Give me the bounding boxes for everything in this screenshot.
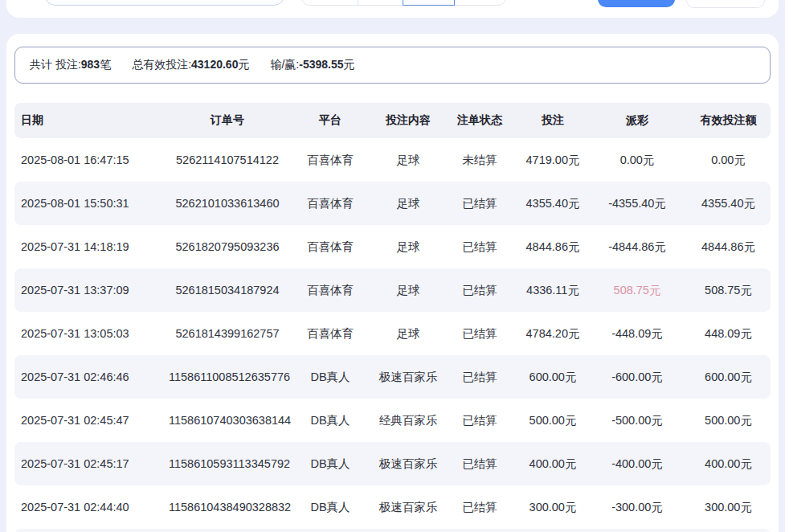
segment-option-1[interactable]: [301, 0, 358, 6]
records-table: 日期订单号平台投注内容注单状态投注派彩有效投注额 2025-08-01 16:4…: [14, 103, 771, 532]
cell-date: 2025-07-31 13:05:03: [14, 327, 169, 340]
cell-order: 5262101033613460: [169, 197, 286, 210]
column-header-valid: 有效投注额: [686, 113, 771, 128]
search-input[interactable]: [44, 0, 285, 6]
cell-content: 足球: [374, 196, 442, 211]
cell-valid: 300.00元: [686, 500, 771, 515]
cell-payout: 508.75元: [588, 283, 686, 298]
table-row: 2025-08-01 16:47:155262114107514122百喜体育足…: [14, 138, 771, 182]
summary-label: 输/赢:: [270, 58, 299, 71]
cell-bet: 500.00元: [517, 413, 588, 428]
reset-button[interactable]: [686, 0, 765, 8]
cell-bet: 4844.86元: [517, 239, 588, 255]
cell-valid: 508.75元: [686, 283, 771, 298]
cell-date: 2025-07-31 14:18:19: [14, 240, 169, 253]
table-row: 2025-07-31 02:45:471158610740303638144DB…: [14, 399, 771, 442]
cell-valid: 500.00元: [686, 413, 771, 428]
cell-payout: 0.00元: [588, 153, 686, 168]
table-row: 2025-07-31 02:46:461158611008512635776DB…: [14, 355, 771, 399]
summary-total-bets: 共计 投注:983笔: [30, 58, 111, 72]
cell-payout: -300.00元: [588, 500, 686, 515]
cell-content: 极速百家乐: [374, 456, 442, 472]
segment-option-2[interactable]: [358, 0, 403, 6]
cell-order: 5261820795093236: [169, 240, 286, 253]
column-header-payout: 派彩: [588, 113, 686, 128]
cell-status: 已结算: [442, 239, 517, 255]
cell-content: 足球: [374, 239, 442, 255]
cell-valid: 448.09元: [686, 326, 771, 342]
cell-valid: 4355.40元: [686, 196, 771, 211]
summary-value: 983: [81, 58, 100, 71]
cell-status: 已结算: [442, 326, 517, 342]
cell-bet: 600.00元: [517, 370, 588, 385]
cell-order: 1158610438490328832: [169, 501, 286, 514]
column-header-status: 注单状态: [442, 113, 517, 128]
date-range-segment-group: [301, 0, 506, 6]
cell-status: 已结算: [442, 456, 517, 472]
segment-option-3-active[interactable]: [403, 0, 455, 6]
column-header-platform: 平台: [286, 113, 374, 128]
cell-platform: 百喜体育: [286, 283, 374, 298]
summary-unit: 笔: [100, 58, 111, 71]
column-header-date: 日期: [14, 113, 169, 128]
summary-value: -5398.55: [299, 58, 343, 71]
cell-status: 已结算: [442, 500, 517, 515]
cell-status: 已结算: [442, 413, 517, 428]
cell-bet: 4784.20元: [517, 326, 588, 342]
table-row: 2025-07-31 14:18:195261820795093236百喜体育足…: [14, 225, 771, 268]
table-row: 2025-07-31 13:37:095261815034187924百喜体育足…: [14, 268, 771, 312]
cell-valid: 4844.86元: [686, 239, 771, 255]
cell-order: 5262114107514122: [169, 153, 286, 166]
summary-unit: 元: [238, 58, 249, 71]
table-row-partial: [14, 529, 771, 532]
cell-payout: -4844.86元: [588, 239, 686, 255]
cell-order: 1158610593113345792: [169, 457, 286, 470]
cell-date: 2025-07-31 02:45:47: [14, 414, 169, 427]
cell-content: 足球: [374, 326, 442, 342]
table-row: 2025-07-31 13:05:035261814399162757百喜体育足…: [14, 312, 771, 355]
cell-payout: -448.09元: [588, 326, 686, 342]
summary-bar: 共计 投注:983笔 总有效投注:43120.60元 输/赢:-5398.55元: [14, 47, 771, 84]
cell-date: 2025-08-01 16:47:15: [14, 153, 169, 166]
cell-date: 2025-07-31 02:46:46: [14, 370, 169, 383]
cell-bet: 4336.11元: [517, 283, 588, 298]
summary-value: 43120.60: [191, 58, 238, 71]
cell-platform: 百喜体育: [286, 326, 374, 342]
cell-platform: 百喜体育: [286, 239, 374, 255]
search-button[interactable]: [598, 0, 675, 7]
summary-label: 共计 投注:: [30, 58, 81, 71]
cell-status: 未结算: [442, 153, 517, 168]
table-row: 2025-08-01 15:50:315262101033613460百喜体育足…: [14, 182, 771, 225]
summary-valid-bets: 总有效投注:43120.60元: [132, 58, 249, 72]
cell-order: 1158610740303638144: [169, 414, 286, 427]
cell-content: 足球: [374, 283, 442, 298]
cell-date: 2025-07-31 13:37:09: [14, 284, 169, 297]
cell-valid: 400.00元: [686, 456, 771, 472]
cell-payout: -4355.40元: [588, 196, 686, 211]
cell-content: 经典百家乐: [374, 413, 442, 428]
cell-bet: 300.00元: [517, 500, 588, 515]
cell-platform: 百喜体育: [286, 196, 374, 211]
summary-unit: 元: [344, 58, 355, 71]
cell-platform: DB真人: [286, 500, 374, 515]
table-row: 2025-07-31 02:44:401158610438490328832DB…: [14, 485, 771, 529]
cell-status: 已结算: [442, 370, 517, 385]
cell-payout: -400.00元: [588, 456, 686, 472]
cell-status: 已结算: [442, 196, 517, 211]
summary-win-loss: 输/赢:-5398.55元: [270, 58, 354, 72]
cell-content: 极速百家乐: [374, 500, 442, 515]
cell-date: 2025-07-31 02:44:40: [14, 501, 169, 514]
cell-order: 5261814399162757: [169, 327, 286, 340]
segment-option-4[interactable]: [454, 0, 506, 6]
table-body: 2025-08-01 16:47:155262114107514122百喜体育足…: [14, 138, 771, 529]
cell-valid: 600.00元: [686, 370, 771, 385]
cell-content: 足球: [374, 153, 442, 168]
cell-content: 极速百家乐: [374, 370, 442, 385]
cell-bet: 4719.00元: [517, 153, 588, 168]
cell-status: 已结算: [442, 283, 517, 298]
cell-payout: -600.00元: [588, 370, 686, 385]
cell-bet: 400.00元: [517, 456, 588, 472]
records-card: 共计 投注:983笔 总有效投注:43120.60元 输/赢:-5398.55元…: [6, 34, 779, 532]
table-header: 日期订单号平台投注内容注单状态投注派彩有效投注额: [14, 103, 771, 138]
column-header-order: 订单号: [169, 113, 286, 128]
